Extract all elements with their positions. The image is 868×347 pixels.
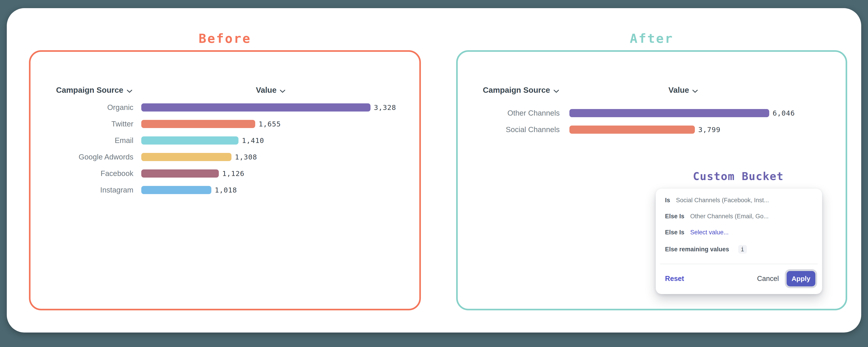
bar-value: 3,799: [698, 125, 720, 134]
after-chart: Campaign Source Value Other Channels 6,: [483, 85, 835, 138]
rule-value-select[interactable]: Social Channels (Facebook, Inst...: [676, 197, 769, 204]
chevron-down-icon: [553, 86, 559, 95]
rule-term: Else Is: [665, 229, 684, 236]
chevron-down-icon: [127, 86, 132, 95]
column-header-label: Campaign Source: [56, 86, 123, 94]
bar-row-instagram: Instagram 1,018: [56, 182, 409, 198]
bar-label: Instagram: [56, 186, 133, 194]
bar-label: Google Adwords: [56, 153, 133, 161]
bar-row-email: Email 1,410: [56, 132, 409, 149]
before-chart: Campaign Source Value Organic 3,328: [56, 85, 409, 198]
bar-row-other-channels: Other Channels 6,046: [483, 105, 835, 121]
bucket-rule-row-1: Is Social Channels (Facebook, Inst...: [665, 197, 815, 204]
bar-value: 1,410: [242, 136, 264, 145]
bar-label: Organic: [56, 103, 133, 112]
cancel-button[interactable]: Cancel: [757, 274, 779, 283]
dialog-footer-actions: Cancel Apply: [757, 271, 815, 286]
screenshot-root: Before Campaign Source Value: [0, 0, 868, 347]
chevron-down-icon: [280, 86, 285, 95]
bar-label: Social Channels: [483, 125, 560, 134]
after-panel-title: After: [456, 29, 847, 48]
bar-row-google-adwords: Google Adwords 1,308: [56, 149, 409, 165]
rule-term: Is: [665, 197, 670, 204]
bar-organic[interactable]: [141, 104, 370, 112]
after-column-header-campaign-source[interactable]: Campaign Source: [483, 85, 559, 95]
after-chart-header: Campaign Source Value: [483, 85, 835, 96]
bucket-rule-row-2: Else Is Other Channels (Email, Go...: [665, 213, 815, 220]
bar-value: 1,018: [215, 186, 237, 194]
bar-row-organic: Organic 3,328: [56, 99, 409, 116]
app-canvas: Before Campaign Source Value: [7, 8, 861, 332]
custom-bucket-dialog: Is Social Channels (Facebook, Inst... El…: [656, 189, 822, 294]
rule-select-value-link[interactable]: Select value...: [690, 229, 729, 236]
bar-email[interactable]: [141, 136, 239, 145]
bar-row-social-channels: Social Channels 3,799: [483, 121, 835, 138]
before-chart-header: Campaign Source Value: [56, 85, 409, 96]
column-header-label: Campaign Source: [483, 86, 550, 94]
bar-instagram[interactable]: [141, 186, 211, 194]
bar-label: Email: [56, 136, 133, 145]
bar-google-adwords[interactable]: [141, 153, 231, 161]
before-column-header-campaign-source[interactable]: Campaign Source: [56, 85, 132, 95]
bar-social-channels[interactable]: [569, 125, 695, 134]
bar-label: Facebook: [56, 169, 133, 178]
column-header-label: Value: [669, 86, 689, 94]
bar-value: 6,046: [773, 109, 795, 117]
reset-button[interactable]: Reset: [665, 274, 684, 283]
bar-value: 1,308: [235, 153, 257, 161]
after-bar-rows: Other Channels 6,046 Social Channels 3,7…: [483, 105, 835, 138]
bar-value: 1,126: [222, 169, 244, 178]
dialog-footer: Reset Cancel Apply: [665, 269, 815, 288]
bar-value: 1,655: [258, 120, 281, 128]
bucket-rule-row-4: Else remaining values i: [665, 245, 815, 254]
custom-bucket-rules: Is Social Channels (Facebook, Inst... El…: [665, 197, 815, 263]
rule-value-select[interactable]: Other Channels (Email, Go...: [690, 213, 769, 220]
bar-label: Twitter: [56, 120, 133, 128]
bar-twitter[interactable]: [141, 120, 255, 128]
column-header-label: Value: [256, 86, 276, 94]
rule-term: Else remaining values: [665, 246, 729, 253]
chevron-down-icon: [692, 86, 698, 95]
before-panel-title: Before: [29, 29, 421, 48]
bar-label: Other Channels: [483, 109, 560, 117]
bar-facebook[interactable]: [141, 169, 219, 178]
before-column-header-value[interactable]: Value: [256, 85, 285, 95]
bucket-rule-row-3: Else Is Select value...: [665, 229, 815, 236]
dialog-divider: [660, 264, 817, 264]
bar-value: 3,328: [374, 104, 396, 112]
bar-row-twitter: Twitter 1,655: [56, 116, 409, 132]
custom-bucket-title: Custom Bucket: [659, 169, 817, 183]
bar-row-facebook: Facebook 1,126: [56, 165, 409, 182]
after-column-header-value[interactable]: Value: [669, 85, 698, 95]
info-icon[interactable]: i: [738, 245, 747, 254]
bar-other-channels[interactable]: [569, 109, 769, 117]
rule-term: Else Is: [665, 213, 684, 220]
apply-button[interactable]: Apply: [786, 271, 815, 286]
before-bar-rows: Organic 3,328 Twitter 1,655 Email 1,410 …: [56, 99, 409, 198]
